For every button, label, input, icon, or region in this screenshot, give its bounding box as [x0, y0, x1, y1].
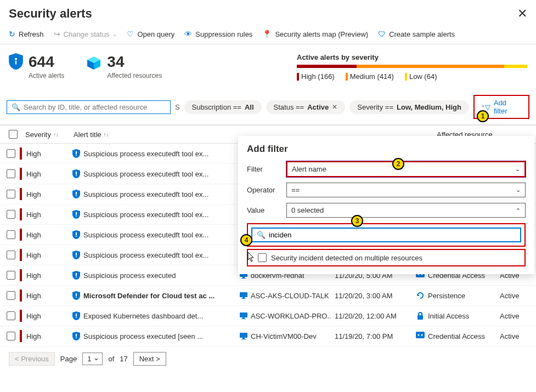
suppression-rules-button[interactable]: 👁 Suppression rules — [184, 30, 252, 38]
cell-resource: ASC-WORKLOAD-PRO... — [240, 312, 330, 320]
severity-bar — [297, 65, 527, 68]
option-checkbox[interactable] — [258, 253, 267, 262]
refresh-label: Refresh — [19, 30, 44, 38]
row-checkbox[interactable] — [7, 149, 15, 158]
annotation-badge-1: 1 — [477, 110, 489, 122]
svg-rect-62 — [416, 332, 425, 338]
filters-row: 🔍 S Subscription == All Status == Active… — [0, 90, 536, 125]
sort-icon: ↑↓ — [53, 132, 59, 138]
cell-title: Exposed Kubernetes dashboard det... — [72, 311, 235, 320]
cell-severity: High — [26, 231, 68, 239]
table-row[interactable]: High Exposed Kubernetes dashboard det...… — [0, 306, 536, 326]
severity-indicator — [20, 147, 22, 160]
svg-point-8 — [76, 175, 77, 176]
subscription-filter-pill[interactable]: Subscription == All — [184, 100, 262, 114]
svg-rect-56 — [417, 315, 423, 320]
cell-severity: High — [26, 292, 68, 300]
cell-severity: High — [26, 190, 68, 198]
cell-status: Active — [500, 292, 527, 300]
page-label: Page — [60, 355, 77, 363]
value-select[interactable]: 0 selected ⌄ — [286, 203, 526, 218]
cell-time: 11/20/20, 12:00 AM — [335, 312, 411, 320]
row-checkbox[interactable] — [7, 210, 15, 219]
page-title: Security alerts — [9, 7, 92, 21]
shield-icon — [72, 332, 80, 340]
svg-point-64 — [421, 334, 423, 336]
shield-icon — [72, 291, 80, 300]
select-all-checkbox[interactable] — [9, 130, 18, 139]
active-label: Active alerts — [29, 72, 64, 79]
severity-low: Low (64) — [405, 72, 437, 81]
shield-icon — [72, 169, 80, 178]
chevron-down-icon: ⌄ — [515, 166, 520, 173]
severity-medium: Medium (414) — [346, 72, 394, 81]
svg-point-39 — [76, 276, 77, 277]
svg-rect-46 — [76, 293, 77, 296]
value-search-box[interactable]: 🔍 — [251, 228, 521, 242]
cell-severity: High — [26, 271, 68, 280]
change-status-label: Change status — [64, 30, 110, 38]
monitor-icon — [240, 313, 247, 319]
page-select[interactable]: 1 — [82, 353, 103, 365]
add-filter-panel: Add filter Filter Alert name ⌄ Operator … — [238, 136, 534, 274]
close-icon[interactable]: ✕ — [517, 7, 527, 21]
add-filter-label: Add filter — [494, 99, 522, 115]
severity-indicator — [20, 168, 22, 180]
open-query-button[interactable]: ♡ Open query — [127, 30, 174, 38]
affected-count: 34 — [107, 53, 162, 71]
page-of: of — [108, 355, 114, 363]
table-row[interactable]: High Suspicious process executed [seen .… — [0, 326, 536, 346]
cell-status: Active — [500, 332, 527, 340]
row-checkbox[interactable] — [7, 271, 15, 280]
value-search-input[interactable] — [269, 231, 516, 239]
shield-icon — [72, 210, 80, 219]
row-checkbox[interactable] — [7, 332, 15, 340]
severity-indicator — [20, 310, 22, 322]
search-box[interactable]: 🔍 — [7, 100, 171, 114]
previous-button[interactable]: < Previous — [9, 352, 55, 366]
panel-title: Add filter — [247, 144, 526, 155]
svg-rect-60 — [242, 338, 245, 339]
sample-icon: 🛡 — [378, 30, 386, 38]
annotation-badge-2: 2 — [392, 158, 404, 170]
affected-label: Affected resources — [107, 72, 162, 79]
cell-severity: High — [26, 312, 68, 320]
cell-title: Suspicious process executed [seen ... — [72, 332, 235, 340]
change-status-button: ↪ Change status ⌄ — [54, 30, 117, 38]
svg-rect-50 — [241, 298, 246, 299]
svg-point-18 — [76, 215, 77, 217]
column-severity[interactable]: Severity↑↓ — [25, 130, 69, 139]
row-checkbox[interactable] — [7, 311, 15, 320]
svg-rect-57 — [76, 334, 77, 337]
active-alerts-card: 644 Active alerts — [9, 53, 64, 79]
operator-label: Operator — [247, 186, 281, 194]
status-filter-pill[interactable]: Status == Active ✕ — [266, 100, 346, 114]
cell-tactics: Persistence — [416, 291, 495, 300]
row-checkbox[interactable] — [7, 230, 15, 239]
cursor-icon — [247, 251, 256, 262]
create-sample-button[interactable]: 🛡 Create sample alerts — [378, 30, 455, 38]
row-checkbox[interactable] — [7, 291, 15, 300]
active-count: 644 — [29, 53, 64, 71]
row-checkbox[interactable] — [7, 190, 15, 198]
svg-point-13 — [76, 195, 77, 196]
shield-icon — [72, 149, 80, 158]
row-checkbox[interactable] — [7, 251, 15, 259]
truncated-pill: S — [175, 103, 180, 111]
svg-rect-42 — [241, 278, 246, 279]
refresh-button[interactable]: ↻ Refresh — [9, 30, 44, 38]
cell-title: Suspicious process executedft tool ex... — [72, 210, 235, 219]
operator-select[interactable]: == ⌄ — [286, 183, 526, 197]
value-option[interactable]: Security incident detected on multiple r… — [247, 249, 526, 266]
next-button[interactable]: Next > — [133, 352, 166, 366]
severity-filter-pill[interactable]: Severity == Low, Medium, High — [349, 100, 469, 114]
suppression-icon: 👁 — [184, 30, 192, 38]
row-checkbox[interactable] — [7, 169, 15, 178]
remove-status-filter-icon[interactable]: ✕ — [332, 103, 337, 111]
pager: < Previous Page 1 of 17 Next > — [0, 346, 536, 371]
alerts-map-button[interactable]: 📍 Security alerts map (Preview) — [262, 30, 368, 38]
search-input[interactable] — [24, 103, 166, 111]
svg-rect-48 — [240, 292, 247, 297]
filter-select[interactable]: Alert name ⌄ — [286, 161, 526, 177]
table-row[interactable]: High Microsoft Defender for Cloud test a… — [0, 286, 536, 306]
